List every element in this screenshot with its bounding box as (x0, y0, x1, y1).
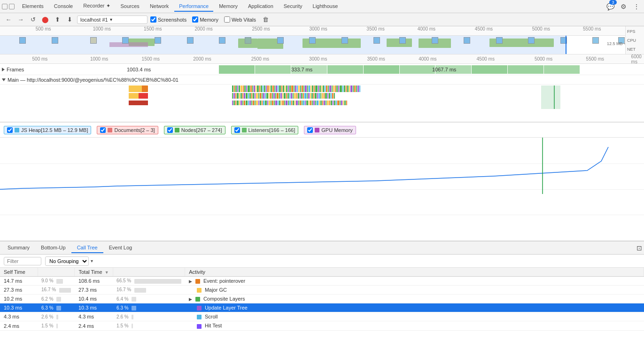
nodes-badge[interactable]: Nodes[267 – 274] (164, 126, 225, 134)
total-pct-cell: 6.3 % (113, 303, 185, 312)
table-row[interactable]: 10.2 ms 6.2 % 10.4 ms 6.4 % ▶ Composite … (0, 295, 644, 303)
memory-checkbox[interactable]: Memory (192, 16, 218, 23)
tab-elements[interactable]: Elements (17, 1, 48, 12)
tab-lighthouse[interactable]: Lighthouse (308, 1, 343, 12)
self-time-cell: 4.3 ms (0, 312, 38, 321)
url-bar[interactable]: localhost #1 ▾ (77, 16, 147, 24)
self-time-cell: 10.2 ms (0, 295, 38, 303)
frames-expand[interactable] (2, 68, 5, 71)
expand-arrow[interactable]: ▶ (189, 297, 192, 302)
total-pct-cell: 66.5 % (113, 277, 185, 286)
activity-cell: Scroll (185, 312, 644, 321)
activity-label: Scroll (205, 314, 218, 319)
table-row[interactable]: 4.3 ms 2.6 % 4.3 ms 2.6 % Scroll (0, 312, 644, 321)
tab-summary[interactable]: Summary (2, 243, 35, 253)
self-time-cell: 2.4 ms (0, 321, 38, 330)
total-pct-cell: 6.4 % (113, 295, 185, 303)
back-button[interactable]: ← (4, 15, 13, 24)
refresh-button[interactable]: ↺ (28, 15, 38, 24)
tab-application[interactable]: Application (243, 1, 278, 12)
self-pct-cell: 1.5 % (38, 321, 75, 330)
flame-canvas[interactable] (0, 85, 644, 122)
total-time-cell: 108.6 ms (75, 277, 113, 286)
activity-icon (197, 288, 202, 293)
tab-performance[interactable]: Performance (174, 1, 213, 12)
total-time-cell: 10.3 ms (75, 303, 113, 312)
timeline-overview[interactable]: 500 ms 1000 ms 1500 ms 2000 ms 2500 ms 3… (0, 26, 644, 54)
window-icon (2, 4, 15, 9)
col-total-pct (113, 268, 185, 277)
activity-label: Event: pointerover (203, 278, 245, 284)
forward-button[interactable]: → (16, 15, 25, 24)
table-row[interactable]: 2.4 ms 1.5 % 2.4 ms 1.5 % Hit Test (0, 321, 644, 330)
tab-console[interactable]: Console (49, 1, 78, 12)
total-time-cell: 27.3 ms (75, 286, 113, 295)
activity-table[interactable]: Self Time Total Time ▼ Activity 14.7 ms … (0, 268, 644, 349)
table-row[interactable]: 14.7 ms 9.0 % 108.6 ms 66.5 % ▶ Event: p… (0, 277, 644, 286)
grouping-select[interactable]: No Grouping (45, 256, 89, 266)
tab-recorder[interactable]: Recorder ✦ (78, 1, 115, 12)
main-thread-row: Main — http://localhost:9000/@yeogenius/… (0, 75, 644, 85)
activity-label: Composite Layers (203, 296, 245, 302)
more-menu-icon[interactable]: ⋮ (631, 1, 642, 12)
frames-time1: 1003.4 ms (127, 67, 151, 72)
expand-bottom-icon[interactable]: ⊡ (636, 244, 642, 252)
timeline-chart: HEAP 12.5 MB – 12.9 MB (0, 36, 644, 54)
nav-toolbar: ← → ↺ ⬤ ⬆ ⬇ localhost #1 ▾ Screenshots M… (0, 13, 644, 26)
filter-input[interactable] (4, 257, 41, 265)
activity-icon (197, 315, 202, 319)
listeners-badge[interactable]: Listeners[166 – 166] (231, 126, 299, 134)
activity-label: Hit Test (205, 323, 222, 328)
activity-cell: ▶ Event: pointerover (185, 277, 644, 286)
gpu-memory-badge[interactable]: GPU Memory (304, 126, 356, 134)
frames-time3: 1067.7 ms (432, 67, 456, 72)
tab-sources[interactable]: Sources (116, 1, 144, 12)
download-button[interactable]: ⬇ (65, 15, 74, 24)
main-thread-expand[interactable] (2, 78, 6, 81)
devtools-toolbar: Elements Console Recorder ✦ Sources Netw… (0, 0, 644, 13)
col-activity[interactable]: Activity (185, 268, 644, 277)
tab-network[interactable]: Network (145, 1, 173, 12)
activity-icon (197, 306, 202, 310)
self-pct-cell: 2.6 % (38, 312, 75, 321)
activity-cell: Update Layer Tree (185, 303, 644, 312)
screenshots-checkbox[interactable]: Screenshots (150, 16, 186, 23)
flame-ruler: 500 ms 1000 ms 1500 ms 2000 ms 2500 ms 3… (0, 54, 644, 64)
chat-icon[interactable]: 💬3 (605, 1, 616, 12)
table-row[interactable]: 10.3 ms 6.3 % 10.3 ms 6.3 % Update Layer… (0, 303, 644, 312)
tab-event-log[interactable]: Event Log (103, 243, 138, 253)
record-button[interactable]: ⬤ (40, 15, 50, 24)
col-self-time[interactable]: Self Time (0, 268, 38, 277)
settings-icon[interactable]: ⚙ (618, 1, 629, 12)
tab-memory[interactable]: Memory (214, 1, 242, 12)
documents-badge[interactable]: Documents[2 – 3] (97, 126, 158, 134)
js-heap-badge[interactable]: JS Heap[12.5 MB – 12.9 MB] (4, 126, 91, 134)
main-thread-label: Main — http://localhost:9000/@yeogenius/… (8, 77, 178, 83)
perf-main: 500 ms 1000 ms 1500 ms 2000 ms 2500 ms 3… (0, 26, 644, 349)
table-row[interactable]: 27.3 ms 16.7 % 27.3 ms 16.7 % Major GC (0, 286, 644, 295)
tab-security[interactable]: Security (279, 1, 307, 12)
flame-section: 500 ms 1000 ms 1500 ms 2000 ms 2500 ms 3… (0, 54, 644, 123)
self-pct-cell: 6.2 % (38, 295, 75, 303)
total-time-cell: 10.4 ms (75, 295, 113, 303)
net-label: NET (627, 47, 643, 52)
tab-bottom-up[interactable]: Bottom-Up (35, 243, 71, 253)
activity-icon (195, 279, 200, 284)
tab-call-tree[interactable]: Call Tree (71, 243, 103, 253)
right-labels: FPS CPU NET (625, 26, 644, 54)
fps-label: FPS (627, 29, 643, 34)
cpu-label: CPU (627, 38, 643, 43)
expand-arrow[interactable]: ▶ (189, 279, 192, 284)
timeline-ruler: 500 ms 1000 ms 1500 ms 2000 ms 2500 ms 3… (0, 26, 644, 36)
frames-label-text: Frames (7, 67, 24, 72)
web-vitals-checkbox[interactable]: Web Vitals (224, 16, 256, 23)
total-pct-cell: 16.7 % (113, 286, 185, 295)
self-pct-cell: 6.3 % (38, 303, 75, 312)
col-total-time[interactable]: Total Time ▼ (75, 268, 113, 277)
memory-chart[interactable] (0, 138, 644, 241)
activity-label: Update Layer Tree (205, 305, 248, 310)
activity-icon (195, 297, 200, 302)
upload-button[interactable]: ⬆ (53, 15, 62, 24)
clear-button[interactable]: 🗑 (263, 16, 269, 23)
total-time-cell: 4.3 ms (75, 312, 113, 321)
